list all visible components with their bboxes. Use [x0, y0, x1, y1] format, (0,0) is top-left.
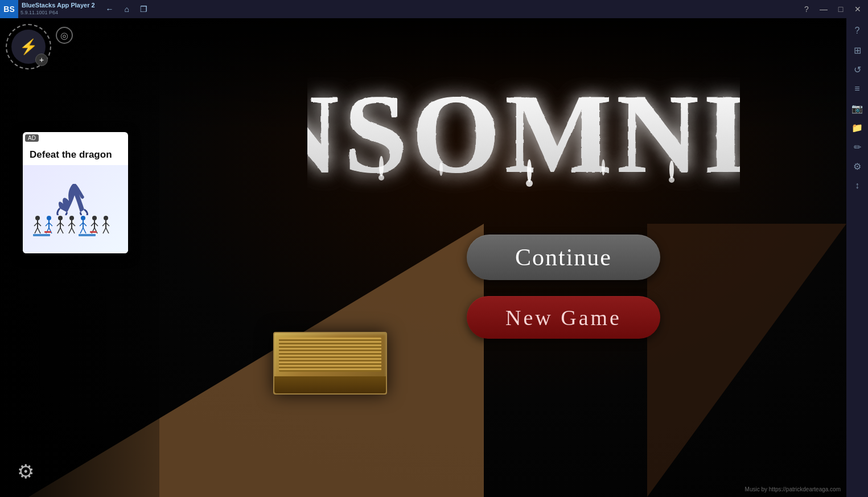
app-version: 5.9.11.1001 P64 [20, 10, 95, 15]
svg-line-50 [106, 228, 109, 233]
radio-object [273, 332, 398, 406]
svg-point-6 [379, 175, 384, 180]
radio-bottom [274, 376, 386, 393]
radio-body [273, 332, 387, 395]
svg-point-7 [526, 180, 533, 187]
table-triangle-right [647, 224, 846, 497]
settings-button[interactable]: ⚙ [11, 457, 40, 486]
sidebar-menu-icon[interactable]: ≡ [848, 80, 866, 98]
app-name: BlueStacks App Player 2 [22, 2, 95, 9]
maximize-button[interactable]: □ [833, 1, 849, 17]
svg-line-49 [103, 228, 106, 233]
svg-rect-52 [79, 234, 96, 236]
sidebar-refresh-icon[interactable]: ↺ [848, 60, 866, 79]
titlebar-nav: ← ⌂ ❐ [102, 1, 152, 17]
sidebar-folder-icon[interactable]: 📁 [848, 118, 866, 137]
svg-rect-53 [44, 231, 51, 233]
settings-icon: ⚙ [17, 460, 34, 483]
game-area: INSOMNIA Continue New Game ⚙ ⚡ + ◎ [0, 18, 846, 497]
svg-line-14 [38, 228, 40, 233]
window-controls: ? — □ ✕ [799, 1, 866, 17]
compass-icon[interactable]: ◎ [56, 27, 73, 44]
svg-line-13 [35, 228, 38, 233]
continue-button[interactable]: Continue [467, 235, 660, 280]
help-button[interactable]: ? [799, 1, 814, 17]
game-title: INSOMNIA [307, 30, 740, 223]
top-left-icons: ⚡ + ◎ [6, 24, 73, 69]
sidebar-help-icon[interactable]: ? [848, 22, 866, 40]
svg-point-27 [69, 216, 74, 220]
svg-point-21 [58, 216, 63, 220]
sidebar-expand-icon[interactable]: ↕ [848, 176, 866, 195]
sidebar-grid-icon[interactable]: ⊞ [848, 41, 866, 59]
sidebar-edit-icon[interactable]: ✏ [848, 138, 866, 156]
new-game-button-label: New Game [505, 305, 622, 330]
stickfigures [30, 215, 121, 238]
sidebar-settings-icon[interactable]: ⚙ [848, 157, 866, 175]
ad-banner[interactable]: AD Defeat the dragon [23, 132, 128, 253]
svg-point-8 [669, 177, 674, 183]
svg-point-4 [602, 159, 605, 175]
svg-line-38 [83, 228, 86, 233]
home-button[interactable]: ⌂ [119, 1, 135, 17]
right-sidebar: ? ⊞ ↺ ≡ 📷 📁 ✏ ⚙ ↕ [846, 18, 868, 497]
plus-badge[interactable]: + [35, 54, 48, 66]
minimize-button[interactable]: — [816, 1, 832, 17]
svg-line-31 [69, 228, 72, 233]
dragon-claw-icon [53, 181, 98, 215]
titlebar: BS BlueStacks App Player 2 5.9.11.1001 P… [0, 0, 868, 18]
svg-point-15 [47, 216, 51, 220]
ad-image [23, 165, 128, 253]
svg-point-45 [104, 216, 108, 220]
svg-point-3 [527, 159, 532, 182]
svg-line-25 [57, 228, 60, 233]
svg-point-39 [92, 216, 97, 220]
new-game-button[interactable]: New Game [467, 296, 660, 339]
svg-point-33 [81, 216, 85, 220]
sidebar-camera-icon[interactable]: 📷 [848, 99, 866, 117]
close-button[interactable]: ✕ [850, 1, 866, 17]
svg-rect-51 [33, 234, 50, 236]
back-button[interactable]: ← [102, 1, 118, 17]
app-logo: BS [0, 0, 18, 18]
svg-point-2 [439, 162, 443, 176]
windows-button[interactable]: ❐ [136, 1, 152, 17]
svg-point-1 [379, 156, 384, 176]
svg-point-9 [35, 216, 40, 220]
attribution-text: Music by https://patrickdearteaga.com [745, 486, 841, 492]
radio-grill [279, 338, 381, 372]
svg-line-26 [60, 228, 63, 233]
svg-line-32 [72, 228, 75, 233]
svg-rect-54 [90, 231, 97, 233]
svg-line-37 [80, 228, 83, 233]
svg-text:INSOMNIA: INSOMNIA [307, 71, 740, 196]
lightning-button[interactable]: ⚡ + [6, 24, 51, 69]
ad-tag: AD [25, 134, 39, 142]
continue-button-label: Continue [515, 244, 612, 271]
svg-point-5 [669, 161, 674, 179]
